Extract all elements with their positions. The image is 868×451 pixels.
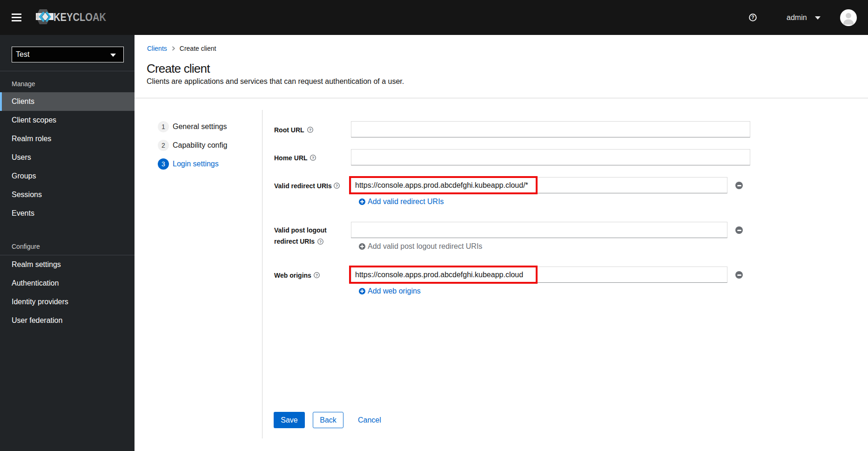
svg-text:?: ? (316, 273, 318, 278)
svg-text:?: ? (312, 156, 314, 160)
svg-text:?: ? (309, 128, 311, 132)
svg-text:KEYCLOAK: KEYCLOAK (54, 11, 106, 23)
svg-text:?: ? (336, 184, 338, 188)
svg-text:?: ? (319, 239, 322, 244)
svg-text:?: ? (751, 14, 754, 20)
